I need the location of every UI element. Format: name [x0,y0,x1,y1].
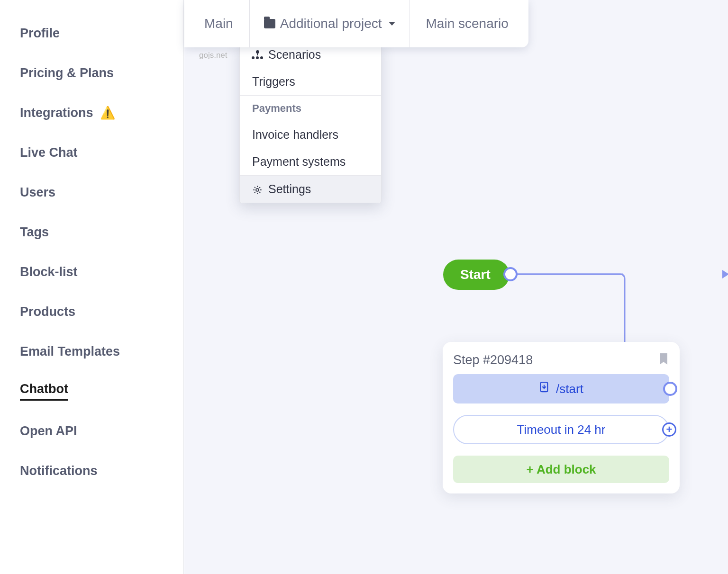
folder-icon [264,19,275,28]
arrowhead-icon [722,270,728,278]
timeout-label: Timeout in 24 hr [517,422,606,437]
chevron-down-icon [389,22,395,26]
dropdown-label: Triggers [252,75,295,89]
step-row-timeout[interactable]: Timeout in 24 hr + [453,415,669,444]
dropdown-item-settings[interactable]: Settings [240,176,381,203]
tab-label: Main scenario [426,16,509,31]
tab-project-dropdown[interactable]: Additional project [249,0,410,47]
canvas-area: gojs.net Main Additional project Main sc… [184,0,728,574]
start-node[interactable]: Start [443,260,510,290]
sidebar-item-label: Block-list [20,265,78,279]
dropdown-header-payments: Payments [240,96,381,121]
incoming-message-icon [539,381,549,397]
dropdown-item-triggers[interactable]: Triggers [240,68,381,95]
sidebar-item-profile[interactable]: Profile [0,13,183,53]
dropdown-label: Scenarios [268,48,321,62]
watermark: gojs.net [199,51,228,60]
tab-label: Additional project [280,16,382,31]
dropdown-label: Settings [268,182,311,196]
sidebar-item-label: Live Chat [20,145,78,160]
dropdown-label: Invoice handlers [252,128,338,142]
step-header: Step #209418 [453,352,669,368]
add-block-button[interactable]: + Add block [453,456,669,483]
sidebar-item-label: Email Templates [20,344,120,359]
sidebar-item-label: Chatbot [20,382,68,401]
sidebar-item-label: Notifications [20,464,98,478]
sidebar-item-integrations[interactable]: Integrations ⚠️ [0,93,183,133]
start-node-port[interactable] [503,267,518,281]
sidebar-item-label: Users [20,185,55,200]
tab-scenario[interactable]: Main scenario [423,0,511,47]
tab-label: Main [204,16,233,31]
svg-point-0 [256,188,259,191]
breadcrumb-tabs: Main Additional project Main scenario [184,0,528,47]
sitemap-icon [252,50,263,59]
step-title: Step #209418 [453,353,533,368]
gear-icon [252,184,263,195]
sidebar-item-open-api[interactable]: Open API [0,411,183,451]
dropdown-label: Payment systems [252,155,346,169]
connector-port[interactable] [663,382,677,396]
sidebar-item-chatbot[interactable]: Chatbot [0,371,183,411]
dropdown-label: Payments [252,102,301,115]
sidebar-item-label: Pricing & Plans [20,66,114,81]
sidebar-item-users[interactable]: Users [0,172,183,212]
sidebar-item-label: Profile [20,26,60,41]
sidebar-item-pricing-plans[interactable]: Pricing & Plans [0,53,183,93]
sidebar-item-tags[interactable]: Tags [0,212,183,252]
project-dropdown-menu: Scenarios Triggers Payments Invoice hand… [239,41,382,203]
step-card[interactable]: Step #209418 /start Timeout in 24 hr + +… [443,342,680,493]
bookmark-icon[interactable] [658,352,669,368]
warning-icon: ⚠️ [100,107,115,119]
start-node-label: Start [460,267,491,282]
sidebar-item-live-chat[interactable]: Live Chat [0,133,183,172]
sidebar-item-email-templates[interactable]: Email Templates [0,332,183,371]
sidebar-item-label: Open API [20,424,77,439]
sidebar-item-notifications[interactable]: Notifications [0,451,183,491]
add-connector-port[interactable]: + [662,422,676,437]
dropdown-item-invoice-handlers[interactable]: Invoice handlers [240,121,381,148]
step-row-start-command[interactable]: /start [453,374,669,404]
sidebar-item-block-list[interactable]: Block-list [0,252,183,292]
sidebar-item-label: Integrations [20,106,93,120]
sidebar-item-label: Products [20,305,75,319]
sidebar-item-products[interactable]: Products [0,292,183,332]
add-block-label: + Add block [526,462,596,477]
sidebar: Profile Pricing & Plans Integrations ⚠️ … [0,0,184,574]
tab-main[interactable]: Main [201,0,236,47]
dropdown-item-payment-systems[interactable]: Payment systems [240,148,381,175]
start-command-label: /start [556,382,583,396]
sidebar-item-label: Tags [20,225,49,240]
